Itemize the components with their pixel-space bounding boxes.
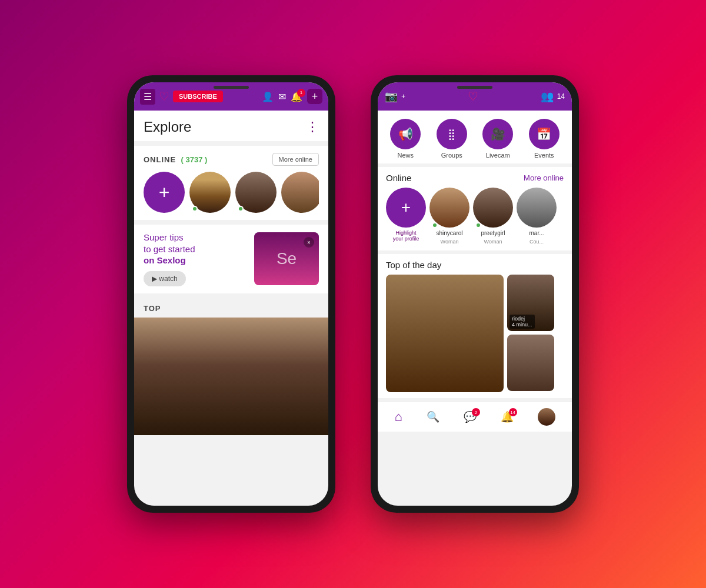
ad-line3: on Sexlog (144, 255, 186, 265)
online-label: ONLINE (144, 155, 176, 164)
bell-icon[interactable]: 🔔 1 (291, 91, 302, 102)
nav-news[interactable]: 📢 News (390, 119, 421, 159)
top-day-main-image[interactable] (386, 275, 504, 392)
shinycarol-avatar (429, 188, 469, 228)
people-icon[interactable]: 👥 (541, 90, 554, 103)
top-image[interactable] (134, 318, 328, 435)
add-profile-item[interactable]: + (144, 172, 185, 213)
camera-plus-icon: + (401, 92, 405, 101)
right-top-bar: 📷 + ♡ 👥 14 (378, 82, 572, 111)
online-section: ONLINE ( 3737 ) More online + (134, 146, 328, 220)
add-avatar: + (144, 172, 185, 213)
chat-nav[interactable]: 💬 2 (464, 410, 477, 423)
right-avatar-mar[interactable]: mar... Cou... (517, 188, 557, 245)
bell-nav[interactable]: 🔔 14 (501, 410, 514, 423)
add-button[interactable]: + (307, 89, 322, 104)
profile-nav[interactable] (538, 408, 555, 426)
livecam-icon: 🎥 (482, 119, 513, 149)
left-top-bar: ☰ ♡ SUBSCRIBE 👤 ✉ 🔔 1 + (134, 82, 328, 111)
phone-left: ☰ ♡ SUBSCRIBE 👤 ✉ 🔔 1 + Explore ⋮ (127, 75, 335, 513)
right-online-label: Online (386, 173, 411, 183)
chat-badge: 2 (472, 408, 480, 416)
video-overlay: riodej4 minu... (509, 315, 535, 329)
right-avatar-preetygirl[interactable]: preetygirl Woman (473, 188, 513, 245)
left-top-bar-left: ☰ ♡ SUBSCRIBE (140, 89, 258, 105)
right-more-online-link[interactable]: More online (524, 173, 564, 182)
mar-sub: Cou... (530, 239, 544, 245)
ad-text: Super tipsto get startedon Sexlog ▶ watc… (144, 232, 248, 286)
shinycarol-sub: Woman (441, 239, 459, 245)
top-label: TOP (134, 298, 328, 318)
ad-line1: Super tipsto get startedon Sexlog (144, 232, 248, 266)
avatars-row: + (144, 172, 319, 213)
subscribe-button[interactable]: SUBSCRIBE (173, 91, 223, 102)
people-count: 14 (557, 92, 565, 101)
online-label-group: ONLINE ( 3737 ) (144, 154, 207, 165)
phone-right: 📷 + ♡ 👥 14 📢 News ⣿ Groups 🎥 Livecam 📅 E… (371, 75, 579, 513)
livecam-label: Livecam (486, 152, 510, 159)
shinycarol-online-dot (432, 222, 438, 228)
shinycarol-name: shinycarol (436, 230, 462, 236)
search-nav[interactable]: 🔍 (427, 410, 439, 423)
mar-avatar (517, 188, 557, 228)
news-label: News (397, 152, 414, 159)
explore-header: Explore ⋮ (134, 111, 328, 141)
right-avatar-shinycarol[interactable]: shinycarol Woman (429, 188, 469, 245)
top-day-side-image-1[interactable]: riodej4 minu... (507, 275, 554, 331)
more-online-button[interactable]: More online (272, 153, 319, 166)
events-label: Events (534, 152, 554, 159)
top-of-day-section: Top of the day riodej4 minu... (378, 254, 572, 398)
ad-image: Se × (254, 232, 319, 285)
camera-icon[interactable]: 📷 (385, 90, 398, 103)
home-nav[interactable]: ⌂ (394, 409, 402, 425)
bell-badge: 1 (297, 89, 305, 97)
online-dot-1 (192, 206, 198, 212)
right-online-section: Online More online + Highlightyour profi… (378, 167, 572, 250)
right-add-circle: + (386, 188, 426, 228)
mail-icon[interactable]: ✉ (278, 91, 286, 102)
hamburger-icon[interactable]: ☰ (140, 89, 155, 105)
groups-icon: ⣿ (437, 119, 467, 149)
right-add-profile[interactable]: + Highlightyour profile (386, 188, 426, 245)
bell-nav-badge: 14 (509, 408, 517, 416)
preetygirl-avatar (473, 188, 513, 228)
preetygirl-name: preetygirl (481, 230, 505, 236)
news-icon: 📢 (390, 119, 421, 149)
nav-events[interactable]: 📅 Events (529, 119, 560, 159)
more-options-icon[interactable]: ⋮ (306, 119, 319, 135)
left-top-bar-right: 👤 ✉ 🔔 1 + (262, 89, 322, 104)
phone-right-screen: 📷 + ♡ 👥 14 📢 News ⣿ Groups 🎥 Livecam 📅 E… (378, 82, 572, 506)
watch-button[interactable]: ▶ watch (144, 271, 186, 286)
highlight-label: Highlightyour profile (393, 230, 419, 242)
online-dot-2 (238, 206, 244, 212)
phone-left-screen: ☰ ♡ SUBSCRIBE 👤 ✉ 🔔 1 + Explore ⋮ (134, 82, 328, 506)
events-icon: 📅 (529, 119, 560, 149)
right-heart-icon[interactable]: ♡ (409, 89, 537, 103)
top-day-side-images: riodej4 minu... (507, 275, 554, 392)
bottom-nav: ⌂ 🔍 💬 2 🔔 14 (378, 402, 572, 432)
ad-banner: Super tipsto get startedon Sexlog ▶ watc… (134, 225, 328, 293)
avatar-item-3[interactable] (281, 172, 319, 213)
avatar-3 (281, 172, 319, 213)
avatar-item-1[interactable] (189, 172, 231, 213)
preetygirl-online-dot (475, 222, 481, 228)
top-day-images: riodej4 minu... (386, 275, 564, 392)
top-day-label: Top of the day (386, 260, 564, 270)
top-day-side-image-2[interactable] (507, 335, 554, 391)
mar-name: mar... (529, 230, 544, 236)
online-count: ( 3737 ) (181, 155, 208, 164)
right-online-header: Online More online (386, 173, 564, 183)
nav-groups[interactable]: ⣿ Groups (437, 119, 467, 159)
preetygirl-sub: Woman (484, 239, 502, 245)
explore-title: Explore (144, 119, 191, 135)
online-header: ONLINE ( 3737 ) More online (144, 153, 319, 166)
nav-livecam[interactable]: 🎥 Livecam (482, 119, 513, 159)
quick-nav: 📢 News ⣿ Groups 🎥 Livecam 📅 Events (378, 111, 572, 163)
profile-avatar (538, 408, 555, 426)
heart-icon[interactable]: ♡ (159, 89, 169, 103)
person-icon[interactable]: 👤 (262, 91, 274, 102)
groups-label: Groups (441, 152, 462, 159)
right-avatars-row: + Highlightyour profile shinycarol Woman… (386, 188, 564, 245)
avatar-item-2[interactable] (235, 172, 277, 213)
